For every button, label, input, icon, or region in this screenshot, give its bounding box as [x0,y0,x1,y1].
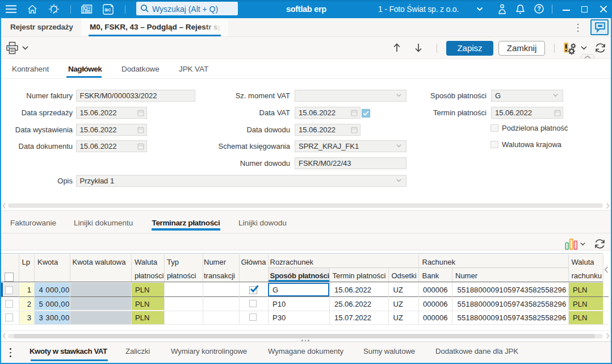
svg-text:BC: BC [105,7,111,12]
svg-text:?: ? [537,5,540,12]
